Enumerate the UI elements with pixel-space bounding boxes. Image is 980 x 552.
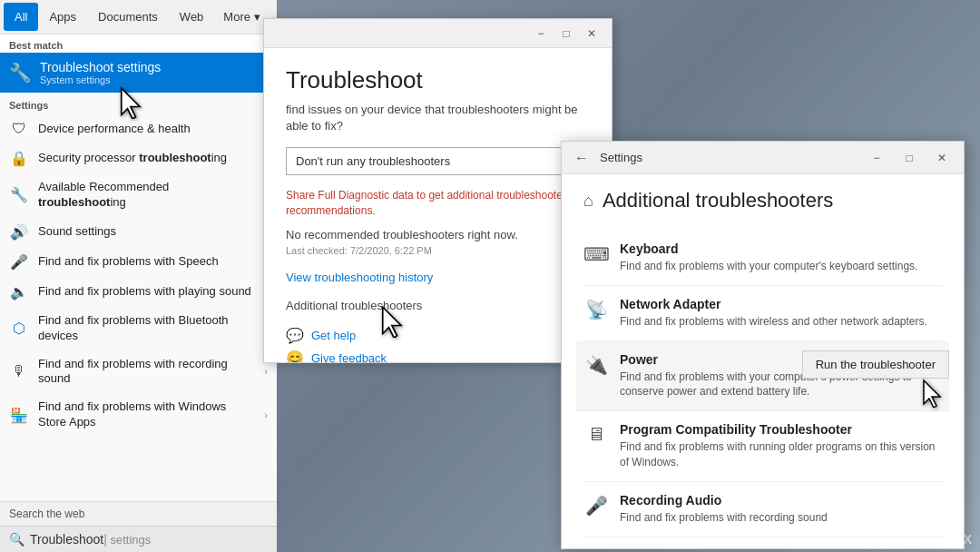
last-checked-text: Last checked: 7/2/2020, 6:22 PM: [286, 245, 590, 256]
menu-store-apps[interactable]: 🏪 Find and fix problems with Windows Sto…: [0, 393, 277, 437]
menu-security-text: Security processor troubleshooting: [38, 151, 255, 166]
start-menu: All Apps Documents Web More ▾ Best match…: [0, 0, 277, 552]
menu-available-text: Available Recommended troubleshooting: [38, 180, 255, 211]
search-bottom-input[interactable]: Troubleshoot| settings: [30, 532, 268, 547]
search-web-item: Search the web: [0, 502, 277, 526]
power-icon: 🔌: [583, 354, 609, 376]
search-bottom-bar: 🔍 Troubleshoot| settings: [0, 526, 277, 552]
tab-all[interactable]: All: [4, 3, 38, 31]
wrench-icon: 🔧: [9, 186, 29, 203]
close-button-2[interactable]: ✕: [929, 148, 955, 168]
additional-troubleshooters-window: ← Settings − □ ✕ ⌂ Additional troublesho…: [561, 141, 965, 549]
menu-sound-text: Sound settings: [38, 224, 255, 240]
troubleshooter-network: 📡 Network Adapter Find and fix problems …: [583, 286, 942, 341]
chevron-right-icon-8: ›: [264, 366, 268, 377]
back-button[interactable]: ←: [571, 148, 593, 168]
feedback-icon: 😊: [286, 350, 304, 362]
network-name: Network Adapter: [620, 297, 942, 311]
best-match-label: Best match: [0, 34, 277, 53]
keyboard-name: Keyboard: [620, 242, 942, 256]
help-feedback-section: 💬 Get help 😊 Give feedback: [286, 327, 590, 362]
minimize-button-2[interactable]: −: [864, 148, 889, 168]
troubleshooter-recording: 🎤 Recording Audio Find and fix problems …: [583, 482, 942, 537]
compatibility-name: Program Compatibility Troubleshooter: [620, 422, 942, 437]
give-feedback-label: Give feedback: [311, 351, 387, 362]
network-desc: Find and fix problems with wireless and …: [620, 314, 942, 330]
maximize-button[interactable]: □: [554, 24, 579, 44]
additional-titlebar: ← Settings − □ ✕: [562, 142, 964, 174]
settings-label: Settings: [0, 93, 277, 114]
microphone-icon: 🎤: [9, 253, 29, 271]
search-suffix: settings: [107, 533, 151, 547]
troubleshoot-icon: 🔧: [9, 62, 31, 84]
keyboard-desc: Find and fix problems with your computer…: [620, 259, 942, 274]
troubleshooter-dropdown[interactable]: Don't run any troubleshooters ▼: [286, 147, 590, 175]
compatibility-icon: 🖥: [583, 424, 609, 445]
best-match-item[interactable]: 🔧 Troubleshoot settings System settings: [0, 53, 277, 93]
share-diagnostic-text: Share Full Diagnostic data to get additi…: [286, 188, 590, 219]
window-subtitle: find issues on your device that troubles…: [286, 102, 590, 134]
search-bottom-icon: 🔍: [9, 532, 24, 547]
tab-documents[interactable]: Documents: [87, 3, 169, 31]
best-match-subtitle: System settings: [40, 74, 161, 85]
menu-bluetooth[interactable]: ⬡ Find and fix problems with Bluetooth d…: [0, 307, 277, 350]
window-content: Troubleshoot find issues on your device …: [264, 48, 612, 362]
menu-sound-settings[interactable]: 🔊 Sound settings ›: [0, 217, 277, 247]
menu-playing-text: Find and fix problems with playing sound: [38, 284, 255, 300]
settings-section: Settings 🛡 Device performance & health ›…: [0, 93, 277, 501]
view-history-link[interactable]: View troubleshooting history: [286, 271, 590, 284]
additional-header: ⌂ Additional troubleshooters: [583, 189, 942, 212]
best-match-section: Best match 🔧 Troubleshoot settings Syste…: [0, 34, 277, 93]
menu-device-text: Device performance & health: [38, 122, 255, 137]
bluetooth-icon: ⬡: [9, 320, 29, 337]
additional-title: Additional troubleshooters: [603, 189, 833, 212]
network-icon: 📡: [583, 299, 609, 320]
speaker-low-icon: 🔈: [9, 283, 29, 301]
tab-apps[interactable]: Apps: [38, 3, 87, 31]
tab-web[interactable]: Web: [169, 3, 215, 31]
menu-device-performance[interactable]: 🛡 Device performance & health ›: [0, 114, 277, 143]
recording-desc: Find and fix problems with recording sou…: [620, 510, 942, 526]
menu-speech-text: Find and fix problems with Speech: [38, 254, 255, 270]
troubleshooter-compatibility: 🖥 Program Compatibility Troubleshooter F…: [583, 411, 942, 482]
menu-speech[interactable]: 🎤 Find and fix problems with Speech ›: [0, 247, 277, 277]
window-titlebar: − □ ✕: [264, 19, 612, 48]
menu-playing-sound[interactable]: 🔈 Find and fix problems with playing sou…: [0, 277, 277, 307]
close-button[interactable]: ✕: [579, 24, 604, 44]
menu-store-text: Find and fix problems with Windows Store…: [38, 399, 255, 430]
get-help-label: Get help: [311, 329, 356, 342]
recording-icon: 🎙: [9, 363, 29, 380]
shield-icon: 🛡: [9, 121, 29, 137]
menu-bluetooth-text: Find and fix problems with Bluetooth dev…: [38, 313, 255, 344]
search-web-label: Search the web: [9, 508, 84, 520]
store-icon: 🏪: [9, 407, 29, 424]
additional-troubleshooters-link[interactable]: Additional troubleshooters: [286, 299, 590, 312]
keyboard-icon: ⌨: [583, 243, 609, 265]
titlebar-title: Settings: [600, 151, 857, 164]
compatibility-desc: Find and fix problems with running older…: [620, 439, 942, 470]
no-recommended-text: No recommended troubleshooters right now…: [286, 228, 590, 242]
home-icon: ⌂: [583, 192, 593, 211]
run-troubleshooter-button[interactable]: Run the troubleshooter: [802, 350, 949, 379]
maximize-button-2[interactable]: □: [897, 148, 922, 168]
help-icon: 💬: [286, 327, 304, 344]
menu-available-recommended[interactable]: 🔧 Available Recommended troubleshooting …: [0, 173, 277, 217]
menu-security-processor[interactable]: 🔒 Security processor troubleshooting ›: [0, 143, 277, 173]
get-help-button[interactable]: 💬 Get help: [286, 327, 590, 344]
recording-name: Recording Audio: [620, 493, 942, 508]
menu-recording[interactable]: 🎙 Find and fix problems with recording s…: [0, 350, 277, 394]
lock-icon: 🔒: [9, 150, 29, 167]
menu-recording-text: Find and fix problems with recording sou…: [38, 357, 255, 388]
tab-more[interactable]: More ▾: [214, 3, 269, 31]
search-web-section: Search the web: [0, 501, 277, 526]
best-match-title: Troubleshoot settings: [40, 60, 161, 74]
recording-audio-icon: 🎤: [583, 495, 609, 517]
chevron-right-icon-9: ›: [264, 409, 268, 420]
best-match-title-main: Troubleshoot settings: [40, 60, 161, 74]
troubleshooter-search: 🔍 Search and Indexing: [583, 537, 942, 548]
troubleshooter-keyboard: ⌨ Keyboard Find and fix problems with yo…: [583, 231, 942, 286]
search-cursor: |: [103, 532, 107, 547]
give-feedback-button[interactable]: 😊 Give feedback: [286, 350, 590, 362]
window-title: Troubleshoot: [286, 66, 590, 94]
minimize-button[interactable]: −: [528, 24, 554, 44]
